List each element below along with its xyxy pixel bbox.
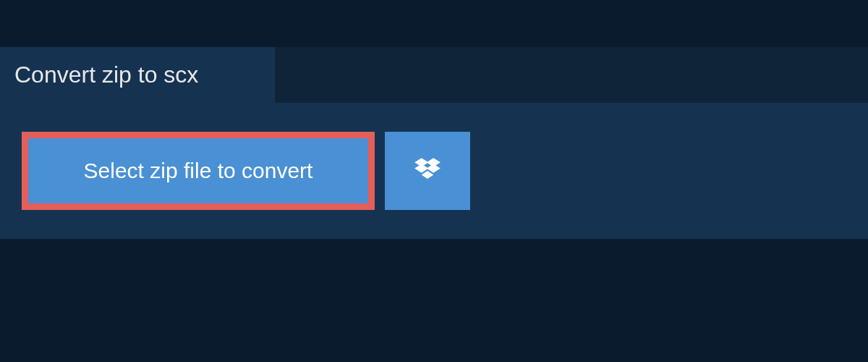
select-file-label: Select zip file to convert	[84, 159, 313, 183]
select-file-highlight-border: Select zip file to convert	[22, 132, 375, 210]
conversion-tab[interactable]: Convert zip to scx	[0, 47, 275, 103]
tab-row: Convert zip to scx	[0, 47, 868, 103]
file-select-row: Select zip file to convert	[22, 132, 846, 210]
tab-title: Convert zip to scx	[14, 62, 198, 88]
conversion-panel: Select zip file to convert	[0, 103, 868, 239]
dropbox-icon	[412, 155, 443, 187]
select-file-button[interactable]: Select zip file to convert	[28, 138, 368, 203]
dropbox-source-button[interactable]	[385, 132, 470, 210]
bottom-dark-band	[0, 239, 868, 362]
top-dark-band	[0, 0, 868, 47]
